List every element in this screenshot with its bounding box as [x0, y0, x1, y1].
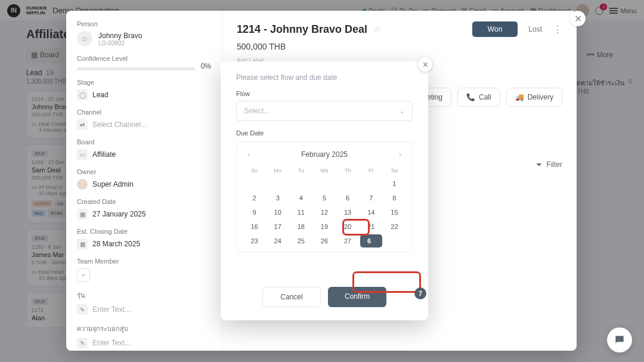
calendar-dow: Th: [336, 165, 360, 177]
calendar-day[interactable]: 15: [383, 206, 405, 219]
calendar-day[interactable]: 26: [313, 234, 335, 247]
calendar-day[interactable]: 18: [290, 220, 312, 233]
calendar-day[interactable]: 3: [267, 191, 289, 205]
call-button[interactable]: 📞Call: [457, 88, 500, 107]
flow-placeholder: Select...: [244, 107, 270, 115]
calendar-icon: ▦: [77, 239, 88, 249]
calendar-day[interactable]: 6: [337, 191, 359, 205]
confirm-button[interactable]: Confirm: [328, 287, 386, 307]
calendar-day[interactable]: 21: [360, 220, 382, 233]
chat-launcher-button[interactable]: [607, 327, 632, 352]
custom2-input[interactable]: ✎Enter Text...: [77, 338, 211, 348]
calendar-dow: Su: [243, 165, 266, 177]
calendar-prev-button[interactable]: ‹: [245, 148, 252, 161]
created-value: ▦27 January 2025: [77, 209, 211, 219]
calendar-day[interactable]: 27: [337, 234, 359, 247]
custom2-label: ความจุกระบอกสูบ: [77, 323, 211, 334]
calendar-dow: Tu: [289, 165, 312, 177]
flow-label: Flow: [236, 90, 413, 97]
deal-title: 1214 - Johnny Bravo Deal: [237, 23, 367, 36]
deal-more-menu[interactable]: ⋮: [553, 24, 562, 35]
annotation-badge-7: 7: [414, 287, 426, 299]
calendar-empty: [360, 177, 382, 190]
confidence-label: Confidence Level: [77, 55, 211, 62]
channel-icon: ⇄: [77, 119, 88, 130]
calendar-day[interactable]: 11: [290, 206, 312, 219]
calendar-empty: [383, 234, 405, 247]
calendar-day[interactable]: 17: [267, 220, 289, 233]
person-row[interactable]: ☺ Johnny Bravo LD-00802: [77, 31, 211, 47]
truck-icon: 🚚: [515, 93, 524, 101]
calendar-empty: [243, 177, 265, 190]
person-label: Person: [77, 20, 211, 27]
person-avatar-icon: ☺: [77, 31, 92, 47]
edit-icon: ✎: [77, 304, 88, 315]
owner-label: Owner: [77, 168, 211, 175]
board-value[interactable]: ▭Affiliate: [77, 149, 211, 160]
calendar-day[interactable]: 10: [267, 206, 289, 219]
calendar-day[interactable]: 20: [337, 220, 359, 233]
calendar-day[interactable]: 9: [243, 206, 265, 219]
calendar-dow: Fr: [360, 165, 383, 177]
edit-icon: ✎: [77, 338, 88, 348]
calendar-next-button[interactable]: ›: [397, 148, 404, 161]
calendar-day[interactable]: 7: [360, 191, 382, 205]
deal-amount: 500,000 THB: [237, 42, 562, 51]
calendar-day[interactable]: 24: [267, 234, 289, 247]
flow-select[interactable]: Select... ⌄: [236, 101, 413, 121]
confidence-slider[interactable]: [77, 67, 195, 70]
calendar-day[interactable]: 23: [243, 234, 265, 247]
calendar-day[interactable]: 16: [243, 220, 265, 233]
calendar-day[interactable]: 25: [290, 234, 312, 247]
calendar-empty: [267, 177, 289, 190]
calendar-day[interactable]: 13: [337, 206, 359, 219]
deal-sidebar: Person ☺ Johnny Bravo LD-00802 Confidenc…: [66, 11, 222, 351]
filter-icon: ⏷: [535, 160, 543, 169]
custom1-label: รุ่น: [77, 290, 211, 301]
calendar-empty: [313, 177, 335, 190]
delivery-button[interactable]: 🚚Delivery: [506, 88, 562, 107]
closing-label: Est. Closing Date: [77, 228, 211, 235]
chevron-down-icon: ⌄: [399, 107, 405, 115]
created-label: Created Date: [77, 198, 211, 205]
board-icon: ▭: [77, 149, 88, 160]
stage-icon: ◯: [77, 89, 88, 100]
close-modal-button[interactable]: ✕: [570, 11, 586, 26]
calendar-empty: [290, 177, 312, 190]
calendar-day[interactable]: 8: [383, 191, 405, 205]
calendar-icon: ▦: [77, 209, 88, 219]
closing-value[interactable]: ▦28 March 2025: [77, 239, 211, 249]
calendar-month: February 2025: [301, 150, 348, 159]
custom1-input[interactable]: ✎Enter Text...: [77, 304, 211, 315]
favorite-star-icon[interactable]: ☆: [373, 24, 381, 35]
owner-avatar-icon: [77, 179, 88, 190]
calendar-day[interactable]: 22: [383, 220, 405, 233]
add-team-member-button[interactable]: +: [77, 268, 90, 281]
stage-value[interactable]: ◯Lead: [77, 89, 211, 100]
calendar-day[interactable]: 12: [313, 206, 335, 219]
won-button[interactable]: Won: [472, 21, 518, 37]
calendar-day[interactable]: 4: [290, 191, 312, 205]
stage-label: Stage: [77, 79, 211, 86]
person-id: LD-00802: [98, 40, 142, 47]
chat-icon: [614, 334, 626, 346]
dialog-title: Please select flow and due date: [236, 73, 413, 82]
calendar: ‹ February 2025 › SuMoTuWeThFrSa12345678…: [236, 141, 413, 252]
calendar-grid: SuMoTuWeThFrSa12345678910111213141516171…: [243, 165, 406, 248]
owner-value[interactable]: Super Admin: [77, 179, 211, 190]
dialog-close-button[interactable]: ✕: [418, 57, 432, 72]
lost-button[interactable]: Lost: [522, 21, 548, 37]
calendar-day[interactable]: 5: [313, 191, 335, 205]
calendar-day[interactable]: 1: [383, 177, 405, 190]
cancel-button[interactable]: Cancel: [262, 287, 321, 307]
calendar-dow: Sa: [383, 165, 406, 177]
calendar-empty: [337, 177, 359, 190]
calendar-day[interactable]: 14: [360, 206, 382, 219]
calendar-dow: We: [312, 165, 336, 177]
flow-due-dialog: ✕ Please select flow and due date Flow S…: [221, 61, 428, 320]
channel-select[interactable]: ⇄Select Channel...: [77, 119, 211, 130]
confidence-value: 0%: [201, 62, 211, 70]
calendar-day[interactable]: 2: [243, 191, 265, 205]
team-label: Team Member: [77, 258, 211, 265]
calendar-day[interactable]: 19: [313, 220, 335, 233]
